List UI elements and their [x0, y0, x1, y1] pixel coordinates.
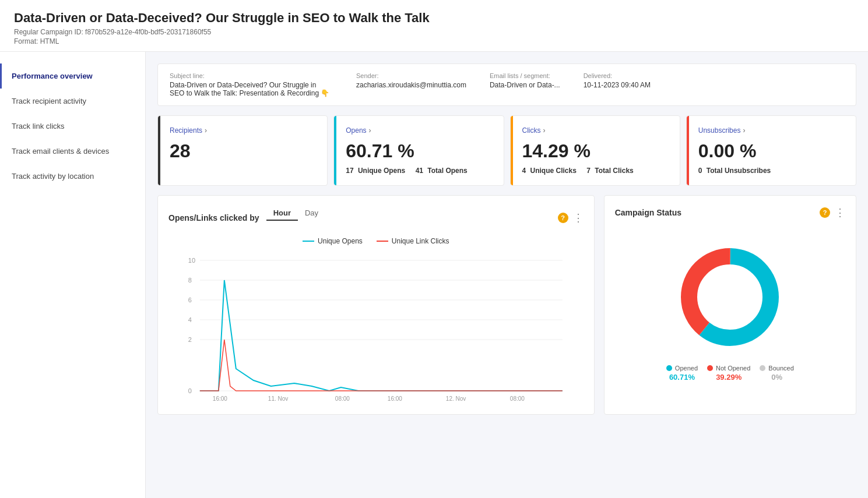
legend-unique-clicks: Unique Link Clicks: [377, 237, 449, 245]
svg-text:10: 10: [188, 257, 195, 264]
meta-sender-value: zacharias.xiroudakis@minuttia.com: [356, 81, 466, 89]
total-opens-label: Total Opens: [427, 167, 467, 175]
unique-opens-count: 17: [346, 167, 353, 175]
stat-recipients-link[interactable]: Recipients: [170, 126, 202, 135]
stat-unsubscribes-percent: 0.00 %: [698, 140, 844, 162]
page-title: Data-Driven or Data-Deceived? Our Strugg…: [14, 10, 854, 26]
donut-container: Opened 60.71% Not Opened 39.29%: [615, 227, 845, 393]
campaign-status-help-icon[interactable]: ?: [820, 207, 830, 218]
meta-sender-label: Sender:: [356, 72, 466, 79]
total-clicks-label: Total Clicks: [595, 167, 633, 175]
stat-clicks-percent: 14.29 %: [522, 140, 668, 162]
opens-chart-panel: Opens/Links clicked by Hour Day ? ⋮: [157, 195, 595, 415]
sidebar-item-email-clients[interactable]: Track email clients & devices: [0, 139, 145, 164]
total-opens-count: 41: [416, 167, 423, 175]
donut-not-opened-label: Not Opened: [716, 365, 750, 372]
sidebar-label-performance: Performance overview: [12, 72, 93, 80]
svg-text:16:00: 16:00: [213, 395, 227, 402]
stat-opens-percent: 60.71 %: [346, 140, 491, 162]
meta-delivered-label: Delivered:: [584, 72, 651, 79]
svg-text:11. Nov: 11. Nov: [268, 395, 288, 402]
top-header: Data-Driven or Data-Deceived? Our Strugg…: [0, 0, 868, 52]
svg-text:08:00: 08:00: [335, 395, 350, 402]
campaign-status-panel: Campaign Status ? ⋮: [604, 195, 856, 415]
opens-chart-help-icon[interactable]: ?: [558, 213, 568, 223]
donut-legend-bounced: Bounced 0%: [760, 365, 793, 382]
chevron-icon: ›: [205, 126, 207, 135]
charts-row: Opens/Links clicked by Hour Day ? ⋮: [157, 195, 856, 415]
total-clicks-count: 7: [586, 167, 591, 175]
meta-subject-value: Data-Driven or Data-Deceived? Our Strugg…: [170, 81, 333, 97]
donut-svg: [672, 239, 788, 355]
legend-unique-clicks-label: Unique Link Clicks: [392, 237, 449, 245]
legend-dot-red: [377, 241, 388, 242]
total-unsub-label: Total Unsubscribes: [707, 167, 771, 175]
opens-chart-header: Opens/Links clicked by Hour Day ? ⋮: [168, 206, 584, 229]
sidebar-item-performance[interactable]: Performance overview: [0, 63, 145, 89]
campaign-status-header: Campaign Status ? ⋮: [615, 206, 845, 219]
meta-list-value: Data-Driven or Data-...: [490, 81, 560, 89]
sidebar-label-email-clients: Track email clients & devices: [12, 147, 109, 156]
sidebar-label-location: Track activity by location: [12, 172, 94, 181]
chevron-icon-clicks: ›: [543, 126, 546, 135]
donut-opened-label: Opened: [675, 365, 698, 372]
opens-chart-more-icon[interactable]: ⋮: [573, 211, 584, 224]
svg-text:8: 8: [188, 277, 192, 284]
donut-opened-dot-row: Opened: [666, 365, 698, 372]
donut-not-opened-pct: 39.29%: [716, 373, 742, 382]
stat-opens-link[interactable]: Opens: [346, 126, 366, 135]
donut-dot-teal: [666, 365, 672, 371]
stat-card-opens: Opens › 60.71 % 17 Unique Opens 41 Total…: [333, 115, 504, 186]
total-unsub-count: 0: [698, 167, 702, 175]
donut-bounced-pct: 0%: [771, 373, 782, 382]
page-container: Data-Driven or Data-Deceived? Our Strugg…: [0, 0, 868, 498]
meta-delivered-value: 10-11-2023 09:40 AM: [584, 81, 651, 89]
unique-clicks-label: Unique Clicks: [530, 167, 577, 175]
tab-hour[interactable]: Hour: [266, 206, 298, 221]
meta-bar: Subject line: Data-Driven or Data-Deceiv…: [157, 63, 856, 106]
campaign-status-actions: ? ⋮: [820, 206, 845, 219]
stat-unsubscribes-header: Unsubscribes ›: [698, 126, 844, 135]
campaign-status-more-icon[interactable]: ⋮: [835, 206, 845, 219]
stat-recipients-value: 28: [170, 140, 315, 162]
campaign-id: Regular Campaign ID: f870b529-a12e-4f0b-…: [14, 28, 854, 36]
svg-text:4: 4: [188, 316, 192, 323]
chevron-icon-opens: ›: [369, 126, 371, 135]
meta-sender: Sender: zacharias.xiroudakis@minuttia.co…: [356, 72, 466, 89]
campaign-format: Format: HTML: [14, 37, 854, 45]
stat-opens-header: Opens ›: [346, 126, 491, 135]
main-content: Subject line: Data-Driven or Data-Deceiv…: [146, 52, 868, 498]
unique-clicks-count: 4: [522, 167, 526, 175]
sidebar-label-link-clicks: Track link clicks: [12, 122, 65, 130]
stat-clicks-link[interactable]: Clicks: [522, 126, 541, 135]
svg-text:2: 2: [188, 336, 192, 343]
opens-chart-title: Opens/Links clicked by: [168, 213, 259, 222]
stat-unsubscribes-link[interactable]: Unsubscribes: [698, 126, 741, 135]
tab-day[interactable]: Day: [298, 206, 325, 221]
stats-row: Recipients › 28 Opens › 60.71 % 17 Uniqu…: [157, 115, 856, 186]
legend-unique-opens-label: Unique Opens: [318, 237, 363, 245]
stat-unsubscribes-sub: 0 Total Unsubscribes: [698, 167, 844, 175]
svg-text:12. Nov: 12. Nov: [446, 395, 466, 402]
donut-opened-pct: 60.71%: [669, 373, 695, 382]
stat-clicks-header: Clicks ›: [522, 126, 668, 135]
meta-list-label: Email lists / segment:: [490, 72, 560, 79]
legend-unique-opens: Unique Opens: [303, 237, 363, 245]
meta-subject: Subject line: Data-Driven or Data-Deceiv…: [170, 72, 333, 97]
donut-not-opened-dot-row: Not Opened: [707, 365, 750, 372]
meta-delivered: Delivered: 10-11-2023 09:40 AM: [584, 72, 651, 89]
sidebar-item-location[interactable]: Track activity by location: [0, 164, 145, 189]
line-chart-svg: 10 8 6 4 2 0: [168, 252, 584, 404]
svg-text:16:00: 16:00: [388, 395, 402, 402]
sidebar-label-recipient: Track recipient activity: [12, 97, 86, 105]
opens-chart-actions: ? ⋮: [558, 211, 584, 224]
svg-text:08:00: 08:00: [510, 395, 525, 402]
svg-text:6: 6: [188, 296, 192, 303]
donut-bounced-label: Bounced: [768, 365, 793, 372]
sidebar-item-link-clicks[interactable]: Track link clicks: [0, 114, 145, 139]
unique-opens-label: Unique Opens: [358, 167, 405, 175]
sidebar-item-recipient[interactable]: Track recipient activity: [0, 89, 145, 114]
stat-recipients-header: Recipients ›: [170, 126, 315, 135]
stat-card-clicks: Clicks › 14.29 % 4 Unique Clicks 7 Total…: [510, 115, 680, 186]
stat-card-recipients: Recipients › 28: [157, 115, 328, 186]
